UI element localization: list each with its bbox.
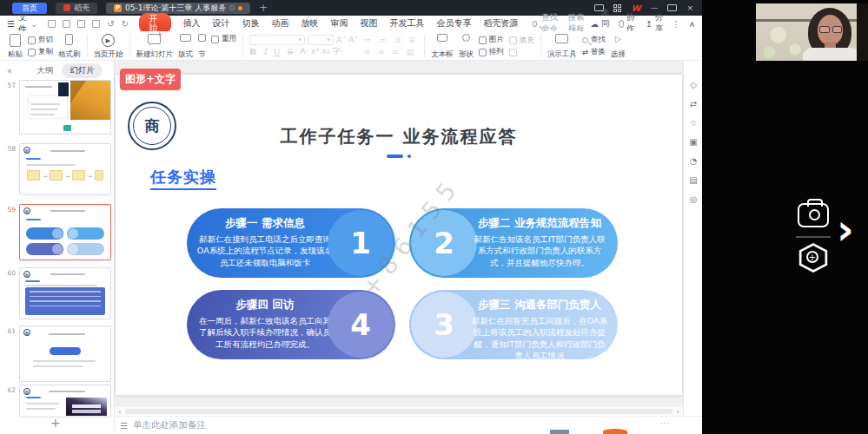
- tab-member[interactable]: 会员专享: [437, 17, 472, 30]
- tab-document-label: 05-1理论·第十三章 人事服务: [125, 4, 226, 12]
- font-name-select[interactable]: ▾: [249, 35, 305, 45]
- paste-button[interactable]: 粘贴: [5, 33, 25, 59]
- scroll-left-icon[interactable]: ‹: [118, 408, 122, 416]
- picture-icon: [479, 36, 487, 44]
- step4-number: 4: [328, 292, 394, 358]
- list-icons[interactable]: ≔ ≕ ≣ ⊞: [364, 36, 419, 44]
- step1-body: 郝新仁在接到员工电话之后立即查询OA系统上的流程节点记录，发现该名员工还未领取电…: [195, 233, 335, 268]
- tab-document[interactable]: P 05-1理论·第十三章 人事服务: [106, 3, 250, 14]
- slide-thumbnail-59-selected[interactable]: 商: [19, 204, 111, 260]
- panel-tool-icon-6[interactable]: ▤: [684, 175, 703, 185]
- slide-thumbnail-62[interactable]: 商: [19, 385, 111, 418]
- tab-animation[interactable]: 动画: [272, 17, 289, 30]
- section-icon: [198, 34, 206, 42]
- redo-icon[interactable]: ↻: [122, 19, 129, 29]
- save-icon[interactable]: [48, 20, 56, 28]
- collapse-panel-icon[interactable]: «: [7, 66, 12, 76]
- format-painter-button[interactable]: 格式刷: [56, 33, 83, 59]
- tab-devtools[interactable]: 开发工具: [390, 17, 425, 30]
- tab-docer[interactable]: 稻壳: [56, 3, 97, 14]
- undo-icon[interactable]: ↺: [107, 19, 114, 29]
- select-button[interactable]: ▷ 选择: [608, 33, 628, 59]
- step2-title: 步骤二 业务规范流程告知: [470, 216, 609, 231]
- preview-icon[interactable]: [92, 20, 100, 28]
- picture-button[interactable]: 图片: [479, 35, 504, 45]
- slide-thumbnail-60[interactable]: 商: [19, 267, 111, 319]
- bold-button[interactable]: B: [249, 47, 256, 56]
- title-underline: [116, 155, 682, 158]
- tab-design[interactable]: 设计: [213, 17, 230, 30]
- more-options-icon[interactable]: ···: [660, 419, 667, 428]
- copy-button[interactable]: 复制: [28, 47, 53, 57]
- panel-tool-icon-3[interactable]: ☆: [684, 118, 703, 128]
- thumb-logo: 商: [23, 329, 30, 336]
- thumb57-shape: [58, 82, 69, 96]
- current-slide[interactable]: 商 工作子任务一 业务流程应答 任务实操 +86155 步骤一 需求信息 郝新仁…: [116, 75, 682, 395]
- new-tab-button[interactable]: +: [259, 2, 268, 14]
- tab-review[interactable]: 审阅: [331, 17, 348, 30]
- tab-insert[interactable]: 插入: [183, 17, 201, 30]
- new-slide-icon: [148, 34, 161, 44]
- play-from-current-button[interactable]: ▶ 当页开始: [91, 33, 126, 59]
- section-button[interactable]: 节: [195, 33, 209, 59]
- more-vertical-icon[interactable]: ⋮: [673, 19, 681, 29]
- cut-button[interactable]: 剪切: [28, 35, 53, 45]
- slide-thumbnail-58[interactable]: 商 → → →: [19, 143, 111, 195]
- panel-tool-icon-1[interactable]: ◇: [684, 80, 703, 89]
- webcam-feed[interactable]: [756, 3, 868, 61]
- replace-icon: ⇄: [582, 48, 588, 56]
- present-tools-button[interactable]: 演示工具: [545, 33, 580, 59]
- tab-outline[interactable]: 大纲: [36, 65, 53, 76]
- text-box-button[interactable]: 文本框: [428, 33, 456, 59]
- horizontal-scrollbar[interactable]: ‹ ›: [115, 407, 683, 416]
- panel-tool-icon-5[interactable]: ◔: [684, 156, 703, 166]
- shapes-button[interactable]: 形状: [456, 33, 476, 59]
- font-grow-icon[interactable]: A˄: [336, 35, 346, 44]
- expand-panel-chevron[interactable]: ›: [837, 205, 854, 253]
- tab-slideshow[interactable]: 放映: [301, 17, 319, 30]
- slide-thumbnail-57[interactable]: [19, 80, 111, 135]
- camera-button[interactable]: [798, 203, 829, 227]
- replace-button[interactable]: ⇄替换: [582, 47, 606, 57]
- layout-button[interactable]: 版式: [176, 33, 195, 59]
- ribbon-toolbar: 粘贴 剪切 复制 格式刷 ▶ 当页开始 新建幻灯片 版式 节 重用: [0, 31, 702, 61]
- slide-number: 62: [3, 386, 16, 394]
- align-icons[interactable]: ≡ ≡ ≡ ▤: [364, 48, 419, 56]
- find-button[interactable]: 查找: [582, 35, 606, 45]
- new-slide-button[interactable]: 新建幻灯片: [134, 33, 176, 59]
- output-icon[interactable]: [63, 20, 70, 28]
- print-icon[interactable]: [77, 20, 85, 28]
- reuse-button[interactable]: 重用: [209, 33, 239, 59]
- control-divider: [796, 236, 831, 238]
- slide-subtitle-link[interactable]: 任务实操: [150, 167, 216, 190]
- arrange-button[interactable]: 排列: [479, 47, 504, 57]
- taskbar-peek-icon: [550, 430, 569, 434]
- fill-extra: [509, 49, 534, 56]
- scroll-right-icon[interactable]: ›: [676, 408, 679, 416]
- tab-transition[interactable]: 切换: [242, 17, 260, 30]
- reward-badge-button[interactable]: +: [798, 243, 829, 273]
- layout-icon: [180, 34, 191, 42]
- tab-slides[interactable]: 幻灯片: [62, 63, 103, 78]
- underline-button[interactable]: U: [274, 47, 281, 56]
- slide-thumbnail-61[interactable]: 商: [19, 326, 111, 382]
- panel-tool-icon-7[interactable]: ◎: [684, 194, 703, 204]
- font-extra-icons[interactable]: A· x² x₂ 字·: [300, 46, 343, 57]
- collapse-ribbon-icon[interactable]: ∧: [689, 19, 695, 29]
- add-slide-button[interactable]: +: [50, 416, 61, 430]
- thumb61-pill: [50, 347, 80, 355]
- cut-label: 剪切: [38, 35, 53, 45]
- slide-number: 61: [3, 327, 16, 335]
- font-shrink-icon[interactable]: A˅: [348, 35, 358, 44]
- strike-button[interactable]: S: [288, 47, 294, 56]
- slide-number: 57: [3, 82, 16, 89]
- scrollbar-track[interactable]: [125, 409, 673, 414]
- find-label: 查找: [591, 35, 606, 45]
- notes-placeholder[interactable]: 单击此处添加备注: [133, 419, 206, 431]
- panel-tool-icon-2[interactable]: ⇄: [684, 99, 703, 108]
- tab-docer-resources[interactable]: 稻壳资源: [484, 17, 519, 30]
- italic-button[interactable]: I: [263, 47, 267, 56]
- panel-tool-icon-4[interactable]: ▣: [684, 137, 703, 147]
- tab-view[interactable]: 视图: [361, 17, 378, 30]
- font-size-select[interactable]: ▾: [308, 35, 334, 45]
